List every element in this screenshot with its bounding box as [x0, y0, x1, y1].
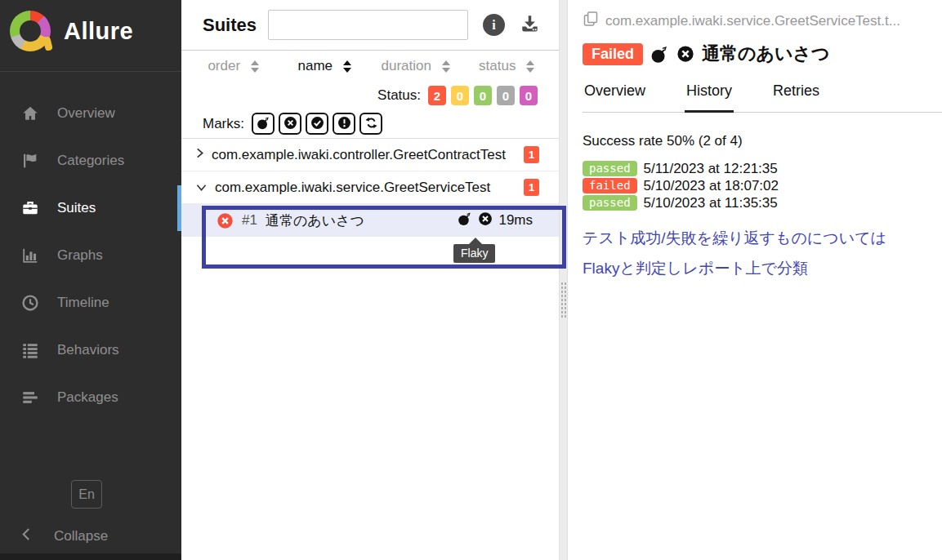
- tab-retries[interactable]: Retries: [771, 82, 821, 112]
- sort-column-duration[interactable]: duration: [370, 58, 462, 74]
- sort-arrows-icon: [526, 60, 534, 73]
- bomb-icon: [257, 116, 270, 132]
- clock-icon: [20, 294, 40, 312]
- sidebar-nav: Overview Categories Suites Graphs: [0, 72, 181, 421]
- sort-label: name: [297, 58, 333, 74]
- allure-logo-icon: [10, 11, 51, 51]
- sort-column-order[interactable]: order: [188, 58, 279, 74]
- sidebar-item-label: Categories: [57, 153, 124, 169]
- status-badge-failed[interactable]: 2: [428, 86, 446, 105]
- sidebar-item-suites[interactable]: Suites: [0, 184, 181, 232]
- history-status-badge: failed: [583, 178, 637, 193]
- bomb-icon: [458, 211, 472, 230]
- sort-label: order: [208, 58, 240, 74]
- marks-filter-row: Marks:: [181, 109, 559, 139]
- panel-title: Suites: [203, 15, 257, 36]
- mark-new-broken-button[interactable]: [333, 113, 355, 135]
- mark-new-failed-button[interactable]: [279, 113, 301, 135]
- status-badge-broken[interactable]: 0: [451, 86, 469, 105]
- sidebar-item-timeline[interactable]: Timeline: [0, 279, 181, 327]
- download-button[interactable]: [519, 13, 541, 37]
- tooltip-text: Flaky: [453, 244, 495, 263]
- collapse-label: Collapse: [54, 528, 108, 544]
- annotation-line-2: Flakyと判定しレポート上で分類: [583, 253, 942, 283]
- history-list: passed 5/11/2023 at 12:21:35 failed 5/10…: [583, 160, 942, 211]
- sidebar-item-behaviors[interactable]: Behaviors: [0, 327, 181, 374]
- sort-column-status[interactable]: status: [462, 58, 553, 74]
- suite-row-greet-contract-test[interactable]: com.example.iwaki.controller.GreetContra…: [181, 139, 559, 171]
- marks-filter-label: Marks:: [203, 116, 244, 132]
- flag-icon: [20, 152, 40, 170]
- sidebar-footer-strip: [0, 553, 181, 560]
- download-icon: [519, 13, 541, 37]
- status-badge-skipped[interactable]: 0: [497, 86, 515, 105]
- panel-resize-handle[interactable]: [559, 0, 568, 560]
- chevron-down-icon: [195, 180, 208, 196]
- history-item: passed 5/11/2023 at 12:21:35: [583, 160, 942, 177]
- test-name: 通常のあいさつ: [266, 211, 450, 230]
- sidebar-item-graphs[interactable]: Graphs: [0, 232, 181, 279]
- mark-flaky-button[interactable]: [252, 113, 275, 135]
- sidebar-item-label: Suites: [57, 200, 96, 216]
- collapse-button[interactable]: Collapse: [20, 527, 108, 545]
- suites-header: Suites i: [181, 0, 559, 51]
- language-button[interactable]: En: [71, 480, 102, 509]
- sort-column-name[interactable]: name: [279, 58, 371, 74]
- search-input[interactable]: [268, 10, 468, 40]
- sort-label: status: [479, 58, 516, 74]
- info-button[interactable]: i: [483, 14, 505, 36]
- flaky-tooltip: Flaky: [453, 238, 495, 263]
- suites-panel: Suites i order name duration: [181, 0, 559, 560]
- header-actions: i: [483, 13, 541, 37]
- sidebar-item-overview[interactable]: Overview: [0, 90, 181, 137]
- status-badge-unknown[interactable]: 0: [520, 86, 538, 105]
- copy-icon: [583, 11, 599, 31]
- failed-badge: Failed: [583, 43, 643, 65]
- mark-new-passed-button[interactable]: [306, 113, 328, 135]
- circle-check-icon: [310, 116, 324, 132]
- suite-failed-count: 1: [524, 179, 539, 196]
- circle-x-icon: [283, 116, 297, 132]
- history-status-badge: passed: [583, 161, 637, 176]
- history-item: failed 5/10/2023 at 18:07:02: [583, 177, 942, 194]
- tooltip-arrow: [469, 238, 482, 244]
- bomb-icon: [650, 45, 669, 64]
- sidebar-item-label: Overview: [57, 105, 115, 122]
- test-title: 通常のあいさつ: [702, 42, 830, 66]
- failed-status-icon: [217, 212, 234, 229]
- circle-exclamation-icon: [337, 116, 351, 132]
- sidebar-item-label: Behaviors: [57, 342, 119, 358]
- status-filter-row: Status: 2 0 0 0 0: [181, 82, 559, 109]
- brand-name: Allure: [64, 18, 133, 45]
- status-badge-passed[interactable]: 0: [474, 86, 492, 105]
- success-rate-text: Success rate 50% (2 of 4): [583, 133, 942, 149]
- history-status-badge: passed: [583, 195, 637, 211]
- align-left-icon: [20, 389, 40, 407]
- suite-row-greet-service-test[interactable]: com.example.iwaki.service.GreetServiceTe…: [181, 171, 559, 204]
- test-title-row: Failed 通常のあいさつ: [583, 42, 942, 66]
- home-icon: [20, 104, 40, 122]
- mark-retries-button[interactable]: [359, 113, 382, 135]
- brand-row[interactable]: Allure: [0, 0, 181, 62]
- annotation-note: テスト成功/失敗を繰り返すものについては Flakyと判定しレポート上で分類: [583, 223, 942, 283]
- refresh-icon: [364, 116, 378, 132]
- sort-arrows-icon: [251, 60, 259, 73]
- history-timestamp: 5/10/2023 at 11:35:35: [644, 195, 778, 211]
- sidebar-item-packages[interactable]: Packages: [0, 374, 181, 421]
- breadcrumb[interactable]: com.example.iwaki.service.GreetServiceTe…: [583, 11, 942, 31]
- sort-arrows-icon: [442, 60, 450, 73]
- sort-label: duration: [382, 58, 431, 74]
- list-icon: [20, 341, 40, 359]
- tab-overview[interactable]: Overview: [583, 82, 647, 112]
- suite-name: com.example.iwaki.service.GreetServiceTe…: [215, 180, 516, 196]
- test-row-selected[interactable]: #1 通常のあいさつ 19ms: [181, 204, 559, 237]
- allure-report-app: Allure Overview Categories Suites: [0, 0, 942, 560]
- tab-history[interactable]: History: [685, 82, 734, 113]
- history-timestamp: 5/10/2023 at 18:07:02: [644, 178, 779, 194]
- sidebar-item-label: Timeline: [57, 295, 109, 311]
- sidebar-item-categories[interactable]: Categories: [0, 137, 181, 184]
- chevron-right-icon: [195, 147, 204, 163]
- suite-name: com.example.iwaki.controller.GreetContra…: [212, 147, 516, 163]
- annotation-line-1: テスト成功/失敗を繰り返すものについては: [583, 223, 942, 253]
- chevron-left-icon: [20, 527, 31, 545]
